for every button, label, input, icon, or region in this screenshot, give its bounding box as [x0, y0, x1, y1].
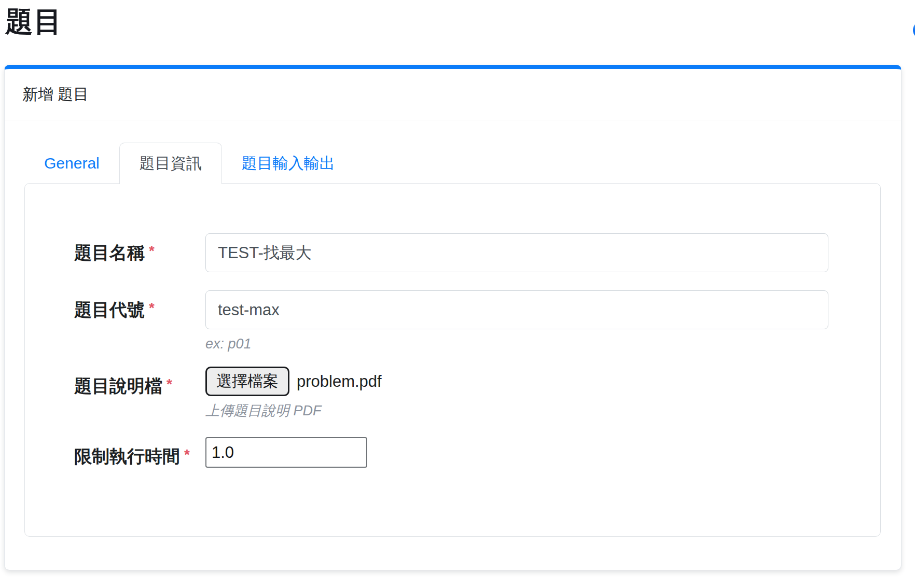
required-asterisk: * — [167, 376, 172, 392]
chosen-file-name: problem.pdf — [297, 372, 382, 391]
required-asterisk: * — [149, 243, 155, 259]
floating-action-button-partial[interactable] — [913, 21, 915, 39]
problem-pdf-label-text: 題目說明檔 — [74, 376, 162, 396]
required-asterisk: * — [184, 446, 190, 463]
card-header: 新增 題目 — [5, 69, 901, 120]
problem-pdf-helper: 上傳題目說明 PDF — [205, 402, 859, 419]
time-limit-label: 限制執行時間* — [74, 437, 205, 469]
new-problem-card: 新增 題目 General 題目資訊 題目輸入輸出 題目名稱* 題目代號* — [4, 65, 902, 570]
form-row-problem-name: 題目名稱* — [74, 233, 859, 272]
card-body: General 題目資訊 題目輸入輸出 題目名稱* 題目代號* ex: p01 — [5, 120, 901, 573]
form-row-problem-pdf: 題目說明檔* 選擇檔案 problem.pdf 上傳題目說明 PDF — [74, 367, 859, 419]
tab-problem-info[interactable]: 題目資訊 — [119, 143, 222, 184]
problem-name-label-text: 題目名稱 — [74, 243, 145, 262]
problem-code-helper: ex: p01 — [205, 335, 859, 352]
tab-bar: General 題目資訊 題目輸入輸出 — [24, 143, 881, 184]
required-asterisk: * — [149, 300, 155, 316]
form-row-time-limit: 限制執行時間* — [74, 437, 859, 469]
time-limit-label-text: 限制執行時間 — [74, 446, 180, 466]
problem-name-label: 題目名稱* — [74, 233, 205, 265]
problem-pdf-label: 題目說明檔* — [74, 367, 205, 398]
time-limit-input[interactable] — [205, 437, 367, 468]
form-row-problem-code: 題目代號* ex: p01 — [74, 290, 859, 352]
page-title: 題目 — [5, 3, 62, 41]
choose-file-button[interactable]: 選擇檔案 — [205, 367, 289, 396]
problem-code-input[interactable] — [205, 290, 828, 329]
card-header-title: 新增 題目 — [22, 84, 89, 105]
tab-general[interactable]: General — [24, 143, 119, 184]
problem-code-label-text: 題目代號 — [74, 300, 145, 319]
tab-pane-problem-info: 題目名稱* 題目代號* ex: p01 題目說明檔* — [24, 183, 881, 537]
tab-problem-io[interactable]: 題目輸入輸出 — [222, 143, 355, 184]
problem-name-input[interactable] — [205, 233, 828, 272]
problem-code-label: 題目代號* — [74, 290, 205, 322]
